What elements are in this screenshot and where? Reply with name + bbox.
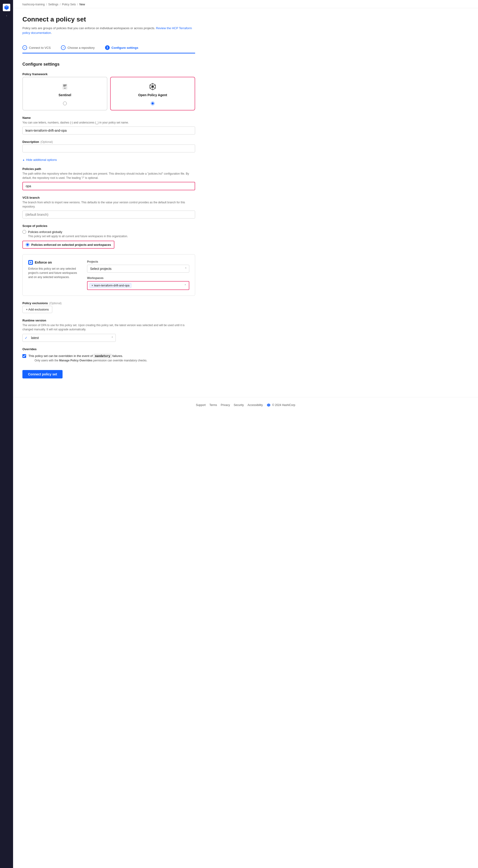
runtime-version-label: Runtime version [23, 319, 195, 322]
scope-global-hint: This policy set will apply to all curren… [28, 235, 195, 238]
main-content: hashicorp-training / Settings / Policy S… [13, 0, 478, 868]
sentinel-radio[interactable] [63, 101, 67, 105]
framework-sentinel[interactable]: Sentinel [23, 77, 107, 111]
framework-options: Sentinel [23, 77, 195, 111]
footer-terms[interactable]: Terms [210, 403, 217, 407]
enforce-left: Enforce on Enforce this policy set on an… [28, 260, 79, 290]
breadcrumb-current: New [79, 3, 85, 6]
scope-global-label: Policies enforced globally [28, 230, 62, 234]
workspace-tag-remove[interactable]: × [92, 284, 93, 287]
name-field-group: Name You can use letters, numbers, dashe… [23, 116, 195, 134]
policy-exclusions-optional: (Optional) [49, 302, 62, 305]
footer: Support Terms Privacy Security Accessibi… [13, 397, 478, 413]
step2-check-icon: ✓ [61, 45, 66, 50]
vcs-branch-group: VCS branch The branch from which to impo… [23, 196, 195, 219]
footer-security[interactable]: Security [234, 403, 244, 407]
scope-selected-option-wrapper: Policies enforced on selected projects a… [23, 241, 195, 249]
content-area: Connect a policy set Policy sets are gro… [13, 8, 204, 397]
description-field-group: Description (Optional) [23, 140, 195, 152]
scope-selected-label: Policies enforced on selected projects a… [31, 243, 111, 247]
logo[interactable] [3, 4, 10, 11]
enforce-right: Projects Select projects ⌃ Workspaces × … [87, 260, 189, 290]
breadcrumb-org[interactable]: hashicorp-training [23, 3, 44, 6]
sentinel-icon [60, 82, 69, 91]
footer-logo: © 2024 HashiCorp [266, 403, 295, 407]
policy-exclusions-section: Policy exclusions (Optional) + Add exclu… [23, 301, 195, 313]
name-label: Name [23, 116, 195, 120]
sentinel-name: Sentinel [59, 93, 71, 97]
override-mandatory2-badge: mandatory [124, 359, 137, 362]
workspace-tag: × learn-terraform-drift-and-opa [89, 283, 131, 288]
footer-privacy[interactable]: Privacy [221, 403, 230, 407]
scope-global-option[interactable]: Policies enforced globally [23, 230, 195, 234]
policies-path-group: Policies path The path within the reposi… [23, 167, 195, 190]
connect-policy-set-button[interactable]: Connect policy set [23, 370, 63, 378]
scope-label: Scope of policies [23, 224, 195, 228]
runtime-version-select[interactable]: latest [23, 334, 116, 342]
workspaces-input[interactable]: × learn-terraform-drift-and-opa ⌃ [87, 281, 189, 290]
svg-rect-0 [63, 84, 67, 89]
svg-line-8 [154, 87, 155, 88]
svg-line-7 [150, 85, 152, 86]
breadcrumb-settings[interactable]: Settings [48, 3, 58, 6]
svg-rect-2 [63, 86, 66, 86]
step-configure-settings: 3 Configure settings [105, 42, 143, 53]
projects-select-wrapper: Select projects ⌃ [87, 265, 189, 273]
opa-name: Open Policy Agent [138, 93, 167, 97]
svg-marker-14 [267, 403, 270, 407]
chevron-up-icon: ▲ [23, 158, 25, 161]
description-label: Description (Optional) [23, 140, 195, 144]
runtime-version-section: Runtime version The version of OPA to us… [23, 319, 195, 342]
configure-settings-title: Configure settings [23, 62, 195, 67]
policy-framework-group: Policy framework Sentinel [23, 72, 195, 111]
vcs-branch-label: VCS branch [23, 196, 195, 199]
description-input[interactable] [23, 145, 195, 152]
footer-accessibility[interactable]: Accessibility [248, 403, 263, 407]
name-hint: You can use letters, numbers, dashes (-)… [23, 121, 195, 125]
breadcrumb: hashicorp-training / Settings / Policy S… [13, 0, 478, 8]
sidebar-expand-icon[interactable]: › [5, 13, 8, 18]
steps-bar: ✓ Connect to VCS ✓ Choose a repository 3… [23, 42, 195, 54]
opa-radio[interactable] [151, 101, 155, 105]
footer-support[interactable]: Support [196, 403, 205, 407]
add-exclusions-button[interactable]: + Add exclusions [23, 306, 52, 313]
svg-line-10 [150, 87, 152, 88]
name-input[interactable] [23, 127, 195, 134]
workspace-tag-label: learn-terraform-drift-and-opa [94, 284, 129, 287]
policy-framework-label: Policy framework [23, 72, 195, 76]
scope-global-radio[interactable] [23, 230, 26, 234]
enforce-title: Enforce on [28, 260, 79, 265]
page-description: Policy sets are groups of policies that … [23, 26, 195, 35]
breadcrumb-sep3: / [77, 3, 78, 6]
overrides-label: Overrides [23, 347, 195, 351]
policies-path-input[interactable] [23, 182, 195, 190]
scope-section: Scope of policies Policies enforced glob… [23, 224, 195, 249]
projects-select[interactable]: Select projects [87, 265, 189, 273]
override-checkbox[interactable] [23, 354, 26, 358]
step3-number-icon: 3 [105, 45, 110, 50]
step1-check-icon: ✓ [23, 45, 27, 50]
opa-icon [148, 82, 157, 91]
scope-selected-radio[interactable] [26, 243, 29, 247]
runtime-version-hint: The version of OPA to use for this polic… [23, 323, 195, 332]
policy-exclusions-label: Policy exclusions (Optional) [23, 301, 195, 305]
svg-rect-1 [63, 85, 66, 86]
framework-opa[interactable]: Open Policy Agent [110, 77, 195, 111]
vcs-branch-input[interactable] [23, 211, 195, 219]
workspace-select-arrow: ⌃ [184, 284, 187, 287]
svg-line-9 [154, 85, 155, 86]
step-choose-repo: ✓ Choose a repository [61, 42, 99, 53]
breadcrumb-sep1: / [46, 3, 47, 6]
scope-selected-option[interactable]: Policies enforced on selected projects a… [23, 241, 115, 249]
svg-point-4 [152, 86, 154, 88]
enforce-box: Enforce on Enforce this policy set on an… [23, 254, 195, 296]
overrides-section: Overrides This policy set can be overrid… [23, 347, 195, 363]
override-text: This policy set can be overridden in the… [29, 354, 147, 363]
hide-options-toggle[interactable]: ▲ Hide additional options [23, 158, 195, 161]
workspaces-label: Workspaces [87, 276, 189, 280]
policies-path-hint: The path within the repository where the… [23, 172, 195, 180]
policies-path-label: Policies path [23, 167, 195, 170]
sidebar: › [0, 0, 13, 868]
vcs-branch-hint: The branch from which to import new vers… [23, 200, 195, 209]
breadcrumb-policy-sets[interactable]: Policy Sets [62, 3, 75, 6]
